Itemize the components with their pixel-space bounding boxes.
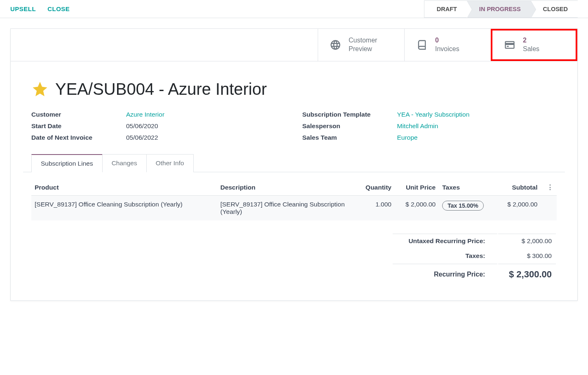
sales-team-value[interactable]: Europe xyxy=(397,134,418,141)
th-product[interactable]: Product xyxy=(31,180,217,196)
tab-subscription-lines[interactable]: Subscription Lines xyxy=(31,154,103,172)
status-bar: DRAFT IN PROGRESS CLOSED xyxy=(424,0,578,18)
status-in-progress[interactable]: IN PROGRESS xyxy=(467,0,531,18)
subscription-lines-table: Product Description Quantity Unit Price … xyxy=(31,180,557,220)
cell-unit-price: $ 2,000.00 xyxy=(395,195,439,220)
cell-description: [SERV_89137] Office Cleaning Subscriptio… xyxy=(217,195,356,220)
invoices-label: Invoices xyxy=(435,45,459,54)
invoices-button[interactable]: 0 Invoices xyxy=(404,29,491,61)
card-icon xyxy=(504,39,515,51)
subscription-card: Customer Preview 0 Invoices 2 Sales YEA/… xyxy=(10,28,578,301)
customer-value[interactable]: Azure Interior xyxy=(126,111,164,118)
top-actions: UPSELL CLOSE xyxy=(10,5,70,12)
tab-changes[interactable]: Changes xyxy=(102,154,147,172)
th-unit-price[interactable]: Unit Price xyxy=(395,180,439,196)
book-icon xyxy=(416,39,428,51)
recurring-value: $ 2,300.00 xyxy=(498,264,556,283)
status-closed[interactable]: CLOSED xyxy=(531,0,578,18)
customer-preview-line1: Customer xyxy=(349,36,377,45)
tabs: Subscription Lines Changes Other Info xyxy=(11,154,577,172)
upsell-button[interactable]: UPSELL xyxy=(10,5,36,12)
status-draft[interactable]: DRAFT xyxy=(424,0,467,18)
star-icon[interactable] xyxy=(31,80,49,98)
table-row[interactable]: [SERV_89137] Office Cleaning Subscriptio… xyxy=(31,195,557,220)
template-value[interactable]: YEA - Yearly Subscription xyxy=(397,111,470,118)
cell-quantity: 1.000 xyxy=(356,195,395,220)
fields-grid: Customer Azure Interior Subscription Tem… xyxy=(11,111,577,154)
stat-row: Customer Preview 0 Invoices 2 Sales xyxy=(11,29,577,61)
sales-button[interactable]: 2 Sales xyxy=(491,29,577,61)
th-taxes[interactable]: Taxes xyxy=(439,180,497,196)
page-title: YEA/SUB004 - Azure Interior xyxy=(55,80,267,98)
untaxed-value: $ 2,000.00 xyxy=(498,234,556,248)
template-label: Subscription Template xyxy=(302,111,389,118)
totals: Untaxed Recurring Price: $ 2,000.00 Taxe… xyxy=(31,233,557,284)
invoices-count: 0 xyxy=(435,36,459,45)
salesperson-value[interactable]: Mitchell Admin xyxy=(397,122,438,130)
tax-badge: Tax 15.00% xyxy=(442,201,483,211)
start-date-label: Start Date xyxy=(31,122,118,130)
th-quantity[interactable]: Quantity xyxy=(356,180,395,196)
start-date-value: 05/06/2020 xyxy=(126,122,158,130)
cell-subtotal: $ 2,000.00 xyxy=(497,195,541,220)
next-invoice-value: 05/06/2022 xyxy=(126,134,158,141)
untaxed-label: Untaxed Recurring Price: xyxy=(393,234,497,248)
next-invoice-label: Date of Next Invoice xyxy=(31,134,118,141)
tab-content: Product Description Quantity Unit Price … xyxy=(23,172,565,284)
title-row: YEA/SUB004 - Azure Interior xyxy=(11,61,577,111)
taxes-total-value: $ 300.00 xyxy=(498,249,556,263)
top-bar: UPSELL CLOSE DRAFT IN PROGRESS CLOSED xyxy=(0,0,588,18)
salesperson-label: Salesperson xyxy=(302,122,389,130)
globe-icon xyxy=(330,39,341,51)
th-description[interactable]: Description xyxy=(217,180,356,196)
customer-preview-line2: Preview xyxy=(349,45,377,54)
recurring-label: Recurring Price: xyxy=(393,264,497,283)
cell-product: [SERV_89137] Office Cleaning Subscriptio… xyxy=(31,195,217,220)
table-menu-icon[interactable]: ⋮ xyxy=(547,184,553,191)
th-subtotal[interactable]: Subtotal xyxy=(497,180,541,196)
tab-other-info[interactable]: Other Info xyxy=(146,154,194,172)
taxes-total-label: Taxes: xyxy=(393,249,497,263)
sales-count: 2 xyxy=(523,36,539,45)
customer-preview-button[interactable]: Customer Preview xyxy=(318,29,404,61)
close-button[interactable]: CLOSE xyxy=(47,5,70,12)
sales-team-label: Sales Team xyxy=(302,134,389,141)
sales-label: Sales xyxy=(523,45,539,54)
cell-taxes: Tax 15.00% xyxy=(439,195,497,220)
customer-label: Customer xyxy=(31,111,118,118)
